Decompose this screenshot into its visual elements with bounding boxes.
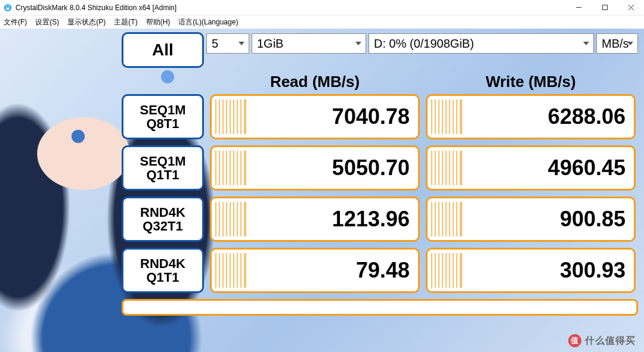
results-grid: SEQ1M Q8T1 7040.78 6288.06 SEQ1M Q1T1 50… (122, 94, 638, 293)
write-value: 6288.06 (548, 104, 626, 129)
write-gauge: 900.85 (426, 197, 636, 242)
gauge-scale (431, 202, 462, 236)
maximize-icon (602, 4, 608, 11)
test-label-line1: SEQ1M (140, 103, 185, 117)
write-value: 300.93 (560, 258, 626, 283)
read-gauge: 7040.78 (210, 94, 420, 139)
drive-value: D: 0% (0/1908GiB) (374, 37, 474, 51)
read-gauge: 79.48 (210, 248, 420, 293)
window-close-button[interactable] (618, 0, 644, 15)
gauge-scale (431, 253, 462, 288)
app-icon (4, 4, 12, 12)
svg-rect-4 (602, 5, 607, 10)
read-value: 79.48 (356, 258, 410, 283)
write-gauge: 300.93 (426, 248, 636, 293)
result-row: RND4K Q1T1 79.48 300.93 (122, 248, 638, 293)
test-label-line1: RND4K (140, 205, 185, 219)
test-label-line1: RND4K (140, 257, 185, 270)
watermark: 值 什么值得买 (568, 334, 636, 347)
gauge-scale (215, 99, 246, 134)
window-title: CrystalDiskMark 8.0.4 Shizuku Edition x6… (16, 4, 177, 12)
run-rnd4k-q1t1-button[interactable]: RND4K Q1T1 (122, 248, 204, 293)
test-label-line2: Q8T1 (146, 117, 179, 130)
test-label-line2: Q32T1 (143, 219, 182, 233)
menu-settings[interactable]: 设置(S) (35, 17, 59, 27)
menu-help[interactable]: 帮助(H) (146, 17, 171, 27)
run-all-button[interactable]: All (122, 32, 204, 68)
gauge-scale (215, 202, 246, 236)
read-gauge: 1213.96 (210, 197, 420, 242)
result-row: SEQ1M Q1T1 5050.70 4960.45 (122, 145, 638, 191)
write-value: 900.85 (560, 207, 626, 232)
window-maximize-button[interactable] (592, 0, 618, 15)
menu-status[interactable]: 显示状态(P) (67, 17, 106, 27)
close-icon (628, 4, 634, 11)
gauge-scale (431, 151, 462, 185)
loops-select[interactable]: 5 (206, 33, 249, 54)
write-gauge: 4960.45 (426, 145, 636, 191)
menu-bar: 文件(F) 设置(S) 显示状态(P) 主题(T) 帮助(H) 语言(L)(La… (0, 15, 644, 29)
watermark-badge-icon: 值 (568, 334, 581, 347)
test-label-line1: SEQ1M (140, 154, 185, 168)
test-label-line2: Q1T1 (146, 168, 179, 182)
menu-file[interactable]: 文件(F) (4, 17, 27, 27)
test-label-line2: Q1T1 (146, 270, 179, 284)
read-value: 1213.96 (332, 207, 410, 232)
watermark-text: 什么值得买 (585, 335, 636, 347)
result-row: SEQ1M Q8T1 7040.78 6288.06 (122, 94, 638, 139)
read-gauge: 5050.70 (210, 145, 420, 191)
unit-select[interactable]: MB/s (596, 33, 638, 54)
menu-theme[interactable]: 主题(T) (114, 17, 137, 27)
column-header-write: Write (MB/s) (426, 73, 636, 91)
unit-value: MB/s (602, 37, 629, 51)
run-seq1m-q1t1-button[interactable]: SEQ1M Q1T1 (122, 145, 204, 191)
read-value: 5050.70 (332, 155, 410, 180)
svg-rect-2 (7, 6, 9, 8)
window-titlebar: CrystalDiskMark 8.0.4 Shizuku Edition x6… (0, 0, 644, 15)
write-value: 4960.45 (548, 155, 626, 180)
status-bar (122, 299, 638, 316)
gauge-scale (215, 253, 246, 288)
test-size-select[interactable]: 1GiB (252, 33, 366, 54)
run-all-label: All (152, 41, 174, 60)
window-minimize-button[interactable] (565, 0, 592, 15)
gauge-scale (431, 99, 462, 134)
menu-language[interactable]: 语言(L)(Language) (178, 17, 238, 27)
drive-select[interactable]: D: 0% (0/1908GiB) (369, 33, 594, 54)
gauge-scale (215, 151, 246, 185)
run-seq1m-q8t1-button[interactable]: SEQ1M Q8T1 (122, 94, 204, 139)
result-row: RND4K Q32T1 1213.96 900.85 (122, 197, 638, 242)
write-gauge: 6288.06 (426, 94, 636, 139)
run-rnd4k-q32t1-button[interactable]: RND4K Q32T1 (122, 197, 204, 242)
column-header-read: Read (MB/s) (210, 73, 420, 91)
minimize-icon (575, 4, 582, 11)
test-size-value: 1GiB (257, 37, 283, 51)
read-value: 7040.78 (332, 104, 410, 129)
loops-value: 5 (212, 37, 218, 51)
